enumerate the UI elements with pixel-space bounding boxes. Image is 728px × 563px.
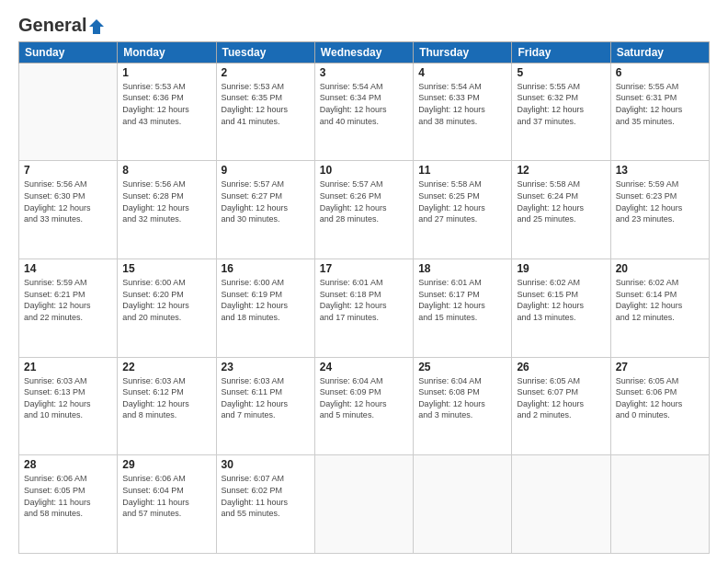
day-cell: 7Sunrise: 5:56 AM Sunset: 6:30 PM Daylig… (19, 161, 118, 259)
day-info: Sunrise: 5:58 AM Sunset: 6:25 PM Dayligh… (418, 178, 506, 224)
col-header-wednesday: Wednesday (314, 41, 413, 63)
logo-general: General (18, 15, 86, 35)
calendar-table: SundayMondayTuesdayWednesdayThursdayFrid… (18, 41, 710, 554)
day-number: 23 (222, 361, 310, 373)
day-info: Sunrise: 5:57 AM Sunset: 6:26 PM Dayligh… (320, 178, 408, 224)
day-cell: 20Sunrise: 6:02 AM Sunset: 6:14 PM Dayli… (610, 259, 709, 358)
col-header-thursday: Thursday (414, 41, 512, 63)
col-header-sunday: Sunday (19, 41, 118, 63)
col-header-friday: Friday (512, 41, 610, 63)
day-number: 14 (24, 262, 112, 275)
day-number: 12 (517, 164, 605, 177)
day-info: Sunrise: 6:06 AM Sunset: 6:05 PM Dayligh… (24, 473, 112, 519)
day-cell: 15Sunrise: 6:00 AM Sunset: 6:20 PM Dayli… (118, 259, 216, 358)
day-info: Sunrise: 6:01 AM Sunset: 6:18 PM Dayligh… (320, 277, 408, 323)
day-cell: 1Sunrise: 5:53 AM Sunset: 6:36 PM Daylig… (118, 63, 216, 161)
week-row-3: 14Sunrise: 5:59 AM Sunset: 6:21 PM Dayli… (19, 259, 710, 358)
week-row-1: 1Sunrise: 5:53 AM Sunset: 6:36 PM Daylig… (19, 63, 710, 161)
day-cell: 11Sunrise: 5:58 AM Sunset: 6:25 PM Dayli… (414, 161, 512, 259)
day-cell: 25Sunrise: 6:04 AM Sunset: 6:08 PM Dayli… (414, 357, 512, 455)
day-cell: 28Sunrise: 6:06 AM Sunset: 6:05 PM Dayli… (19, 455, 118, 554)
day-number: 19 (517, 262, 605, 275)
day-cell (610, 455, 709, 554)
day-number: 15 (122, 262, 210, 275)
day-info: Sunrise: 5:58 AM Sunset: 6:24 PM Dayligh… (517, 178, 605, 224)
day-info: Sunrise: 6:04 AM Sunset: 6:08 PM Dayligh… (418, 375, 506, 421)
day-number: 6 (616, 66, 704, 79)
day-number: 18 (418, 262, 506, 275)
header: General (18, 15, 710, 34)
day-number: 24 (320, 361, 408, 373)
day-info: Sunrise: 5:56 AM Sunset: 6:28 PM Dayligh… (122, 178, 210, 224)
day-number: 13 (616, 164, 704, 177)
day-cell: 16Sunrise: 6:00 AM Sunset: 6:19 PM Dayli… (216, 259, 314, 358)
day-number: 30 (222, 458, 310, 471)
day-cell: 12Sunrise: 5:58 AM Sunset: 6:24 PM Dayli… (512, 161, 610, 259)
day-cell (414, 455, 512, 554)
day-number: 25 (418, 361, 506, 373)
day-number: 1 (122, 66, 210, 79)
day-cell: 6Sunrise: 5:55 AM Sunset: 6:31 PM Daylig… (610, 63, 709, 161)
day-number: 27 (616, 361, 704, 373)
day-number: 29 (122, 458, 210, 471)
day-cell: 26Sunrise: 6:05 AM Sunset: 6:07 PM Dayli… (512, 357, 610, 455)
page: General SundayMondayTuesdayWednesdayThur… (0, 0, 728, 563)
day-cell: 18Sunrise: 6:01 AM Sunset: 6:17 PM Dayli… (414, 259, 512, 358)
day-info: Sunrise: 5:53 AM Sunset: 6:35 PM Dayligh… (222, 81, 310, 127)
svg-marker-0 (89, 19, 104, 34)
day-cell (314, 455, 413, 554)
day-number: 4 (418, 66, 506, 79)
day-cell: 8Sunrise: 5:56 AM Sunset: 6:28 PM Daylig… (118, 161, 216, 259)
day-cell: 17Sunrise: 6:01 AM Sunset: 6:18 PM Dayli… (314, 259, 413, 358)
day-cell: 19Sunrise: 6:02 AM Sunset: 6:15 PM Dayli… (512, 259, 610, 358)
logo-icon (87, 17, 106, 36)
day-cell: 10Sunrise: 5:57 AM Sunset: 6:26 PM Dayli… (314, 161, 413, 259)
day-cell: 21Sunrise: 6:03 AM Sunset: 6:13 PM Dayli… (19, 357, 118, 455)
day-cell: 22Sunrise: 6:03 AM Sunset: 6:12 PM Dayli… (118, 357, 216, 455)
day-cell: 29Sunrise: 6:06 AM Sunset: 6:04 PM Dayli… (118, 455, 216, 554)
calendar-header-row: SundayMondayTuesdayWednesdayThursdayFrid… (19, 41, 710, 63)
day-info: Sunrise: 6:02 AM Sunset: 6:14 PM Dayligh… (616, 277, 704, 323)
day-number: 2 (222, 66, 310, 79)
day-cell: 9Sunrise: 5:57 AM Sunset: 6:27 PM Daylig… (216, 161, 314, 259)
day-cell: 30Sunrise: 6:07 AM Sunset: 6:02 PM Dayli… (216, 455, 314, 554)
day-number: 10 (320, 164, 408, 177)
col-header-saturday: Saturday (610, 41, 709, 63)
day-info: Sunrise: 5:53 AM Sunset: 6:36 PM Dayligh… (122, 81, 210, 127)
day-info: Sunrise: 6:05 AM Sunset: 6:06 PM Dayligh… (616, 375, 704, 421)
day-info: Sunrise: 6:03 AM Sunset: 6:11 PM Dayligh… (222, 375, 310, 421)
week-row-5: 28Sunrise: 6:06 AM Sunset: 6:05 PM Dayli… (19, 455, 710, 554)
week-row-4: 21Sunrise: 6:03 AM Sunset: 6:13 PM Dayli… (19, 357, 710, 455)
day-cell: 3Sunrise: 5:54 AM Sunset: 6:34 PM Daylig… (314, 63, 413, 161)
day-number: 28 (24, 458, 112, 471)
day-info: Sunrise: 6:01 AM Sunset: 6:17 PM Dayligh… (418, 277, 506, 323)
day-cell: 27Sunrise: 6:05 AM Sunset: 6:06 PM Dayli… (610, 357, 709, 455)
day-cell: 2Sunrise: 5:53 AM Sunset: 6:35 PM Daylig… (216, 63, 314, 161)
day-info: Sunrise: 5:55 AM Sunset: 6:31 PM Dayligh… (616, 81, 704, 127)
day-cell (512, 455, 610, 554)
day-number: 8 (122, 164, 210, 177)
day-info: Sunrise: 6:05 AM Sunset: 6:07 PM Dayligh… (517, 375, 605, 421)
day-number: 5 (517, 66, 605, 79)
day-number: 22 (122, 361, 210, 373)
day-cell: 4Sunrise: 5:54 AM Sunset: 6:33 PM Daylig… (414, 63, 512, 161)
day-number: 9 (222, 164, 310, 177)
day-number: 11 (418, 164, 506, 177)
day-info: Sunrise: 6:00 AM Sunset: 6:19 PM Dayligh… (222, 277, 310, 323)
day-info: Sunrise: 5:55 AM Sunset: 6:32 PM Dayligh… (517, 81, 605, 127)
day-info: Sunrise: 5:59 AM Sunset: 6:23 PM Dayligh… (616, 178, 704, 224)
col-header-monday: Monday (118, 41, 216, 63)
day-info: Sunrise: 5:54 AM Sunset: 6:33 PM Dayligh… (418, 81, 506, 127)
day-number: 21 (24, 361, 112, 373)
day-cell: 13Sunrise: 5:59 AM Sunset: 6:23 PM Dayli… (610, 161, 709, 259)
col-header-tuesday: Tuesday (216, 41, 314, 63)
day-number: 16 (222, 262, 310, 275)
day-info: Sunrise: 5:59 AM Sunset: 6:21 PM Dayligh… (24, 277, 112, 323)
day-info: Sunrise: 6:00 AM Sunset: 6:20 PM Dayligh… (122, 277, 210, 323)
day-info: Sunrise: 5:57 AM Sunset: 6:27 PM Dayligh… (222, 178, 310, 224)
day-cell (19, 63, 118, 161)
day-cell: 14Sunrise: 5:59 AM Sunset: 6:21 PM Dayli… (19, 259, 118, 358)
day-number: 3 (320, 66, 408, 79)
day-info: Sunrise: 5:54 AM Sunset: 6:34 PM Dayligh… (320, 81, 408, 127)
day-number: 20 (616, 262, 704, 275)
